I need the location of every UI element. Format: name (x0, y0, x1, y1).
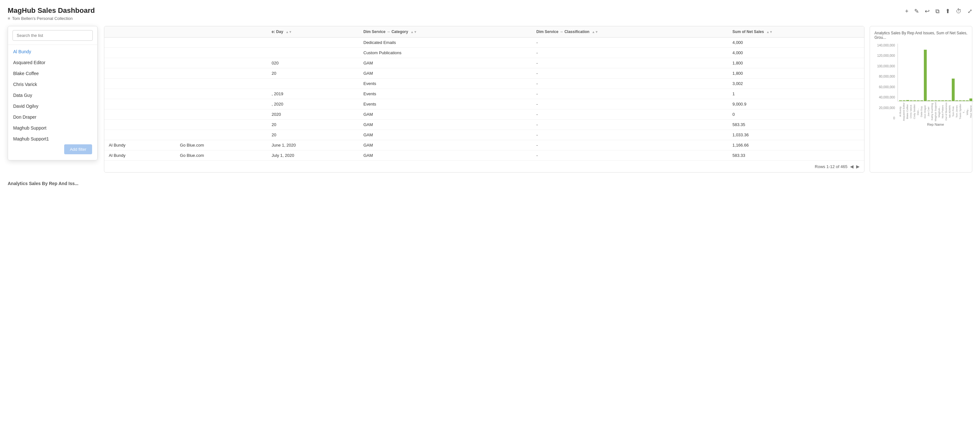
y-tick-1: 120,000,000 (874, 54, 895, 57)
col-header-classification[interactable]: Dim Service → Classification ▲▼ (532, 26, 728, 38)
search-box (8, 26, 97, 45)
y-tick-0: 140,000,000 (874, 44, 895, 47)
dropdown-item-maghub-support[interactable]: Maghub Support (8, 122, 97, 133)
dropdown-item-david[interactable]: David Ogilvy (8, 101, 97, 112)
y-tick-4: 60,000,000 (874, 85, 895, 89)
cell-11-2: July 1, 2020 (267, 151, 359, 161)
cell-5-3: Events (359, 89, 532, 99)
share-icon[interactable]: ↩ (925, 8, 930, 15)
col-header-category[interactable]: Dim Service → Category ▲▼ (359, 26, 532, 38)
table-row: 20 GAM - 1,800 (104, 68, 864, 79)
bar-cody (913, 100, 916, 101)
cell-9-3: GAM (359, 130, 532, 140)
bar-willy (966, 100, 969, 101)
cell-5-1 (175, 89, 267, 99)
cell-10-4: - (532, 140, 728, 151)
y-tick-2: 100,000,000 (874, 65, 895, 68)
cell-10-1: Go Blue.com (175, 140, 267, 151)
cell-0-1 (175, 38, 267, 48)
data-table: e: Day ▲▼ Dim Service → Category ▲▼ Dim … (104, 26, 864, 160)
dropdown-item-al-bundy[interactable]: Al Bundy (8, 46, 97, 57)
cell-4-1 (175, 79, 267, 89)
dropdown-item-don[interactable]: Don Draper (8, 112, 97, 122)
bar-nick (941, 100, 944, 101)
y-tick-6: 20,000,000 (874, 106, 895, 110)
cell-1-1 (175, 48, 267, 58)
dropdown-item-data-guy[interactable]: Data Guy (8, 90, 97, 101)
cell-0-0 (104, 38, 175, 48)
cell-4-4: - (532, 79, 728, 89)
bar-your-name (969, 98, 972, 101)
cell-1-3: Custom Publications (359, 48, 532, 58)
edit-icon[interactable]: ✎ (914, 8, 919, 15)
bar-kathy (931, 100, 934, 101)
dropdown-item-blake[interactable]: Blake Coffee (8, 68, 97, 79)
table-row: 20 GAM - 1,033.36 (104, 130, 864, 140)
chart-section: Analytics Sales By Rep And Issues, Sum o… (870, 26, 972, 173)
x-label-dan: Dan... (916, 102, 920, 121)
cell-1-4: - (532, 48, 728, 58)
bar-don-draper (924, 50, 927, 101)
cell-6-2: , 2020 (267, 99, 359, 109)
col-header-net-sales[interactable]: Sum of Net Sales ▲▼ (728, 26, 864, 38)
x-label-don: Don Draper (924, 102, 926, 121)
cell-2-4: - (532, 58, 728, 68)
x-label-your-name: Your Name (969, 102, 972, 121)
bar-joe-carr (928, 100, 930, 101)
cell-1-2 (267, 48, 359, 58)
cell-6-3: Events (359, 99, 532, 109)
cell-5-0 (104, 89, 175, 99)
cell-0-4: - (532, 38, 728, 48)
x-label-tom-fink: Tom Fink (952, 102, 955, 121)
col-header-1 (175, 26, 267, 38)
dropdown-item-chris[interactable]: Chris Varick (8, 79, 97, 90)
cell-9-0 (104, 130, 175, 140)
cell-10-5: 1,166.66 (728, 140, 864, 151)
dropdown-item-asquared[interactable]: Asquared Editor (8, 57, 97, 68)
page-title: MagHub Sales Dashboard (8, 6, 95, 15)
x-label-nick: Nick Pataro (941, 102, 944, 121)
history-icon[interactable]: ⏱ (956, 8, 962, 15)
col-header-day[interactable]: e: Day ▲▼ (267, 26, 359, 38)
bar-t (963, 100, 965, 101)
cell-11-3: GAM (359, 151, 532, 161)
upload-icon[interactable]: ⬆ (945, 8, 950, 15)
y-tick-5: 40,000,000 (874, 95, 895, 99)
bar-maghub2 (938, 100, 940, 101)
header-actions: + ✎ ↩ ⧉ ⬆ ⏱ ⤢ (905, 6, 972, 15)
cell-8-5: 583.35 (728, 120, 864, 130)
search-input[interactable] (13, 30, 93, 41)
dropdown-scroll: Al Bundy Asquared Editor Blake Coffee Ch… (8, 45, 97, 141)
table-section: e: Day ▲▼ Dim Service → Category ▲▼ Dim … (104, 26, 864, 173)
bar-asquared (903, 100, 905, 101)
x-axis-labels: Al Bundy Asquared Editor Blake Coffee Ch… (897, 102, 974, 121)
cell-3-4: - (532, 68, 728, 79)
page-wrapper: MagHub Sales Dashboard ≡ Tom Bellen's Pe… (0, 0, 980, 433)
expand-icon[interactable]: ⤢ (967, 8, 972, 15)
bottom-section-title: Analytics Sales By Rep And Iss... (8, 178, 972, 187)
cell-2-5: 1,800 (728, 58, 864, 68)
cell-5-5: 1 (728, 89, 864, 99)
x-label-asquared: Asquared Editor (902, 102, 905, 121)
cell-4-2 (267, 79, 359, 89)
cell-8-2: 20 (267, 120, 359, 130)
bar-chris (910, 100, 913, 101)
add-icon[interactable]: + (905, 8, 908, 15)
cell-4-3: Events (359, 79, 532, 89)
cell-8-0 (104, 120, 175, 130)
bar-blake (906, 100, 909, 101)
add-filter-button[interactable]: Add filter (64, 144, 92, 154)
cell-7-2: 2020 (267, 109, 359, 120)
pagination-prev[interactable]: ◀ (850, 164, 854, 169)
table-row: , 2020 Events - 9,000.9 (104, 99, 864, 109)
x-label-joe: Joe Carr (927, 102, 930, 121)
table-row: Al Bundy Go Blue.com June 1, 2020 GAM - … (104, 140, 864, 151)
cell-11-1: Go Blue.com (175, 151, 267, 161)
copy-icon[interactable]: ⧉ (935, 8, 940, 15)
dropdown-item-maghub-support1[interactable]: Maghub Support1 (8, 133, 97, 141)
table-row: Events - 3,002 (104, 79, 864, 89)
cell-11-4: - (532, 151, 728, 161)
table-row: 020 GAM - 1,800 (104, 58, 864, 68)
pagination-next[interactable]: ▶ (856, 164, 860, 169)
add-filter-row: Add filter (8, 141, 97, 157)
